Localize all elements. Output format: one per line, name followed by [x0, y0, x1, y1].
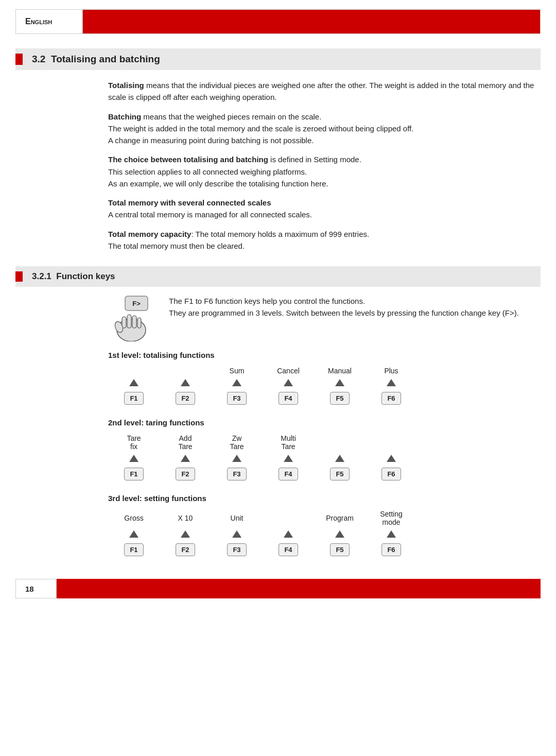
l1-cell-2: Sum: [211, 364, 263, 376]
l2-cell-2: Zw Tare: [211, 431, 263, 452]
l3-cell-3: [263, 507, 314, 527]
l1-key-0: F1: [108, 391, 160, 407]
l2-key-1: F2: [160, 467, 211, 483]
level1-arrow-row: [108, 378, 417, 391]
level2-arrow-table: F1 F2 F3 F4 F5 F6: [108, 454, 417, 483]
l3-arrow-0: [108, 529, 160, 542]
level1-table-wrap: Sum Cancel Manual Plus F1 F2 F3 F4 F5: [108, 364, 541, 407]
l2-arrow-2: [211, 454, 263, 467]
para-2: Batching means that the weighed pieces r…: [108, 111, 541, 147]
l3-key-3: F4: [263, 542, 314, 558]
l3-key-1: F2: [160, 542, 211, 558]
section-32-heading: 3.2 Totalising and batching: [15, 48, 541, 70]
fkey-intro-row: F> The F1 to F6 function keys help you c…: [108, 295, 541, 341]
header-red-bar: [83, 10, 540, 33]
l3-key-2: F3: [211, 542, 263, 558]
l3-arrow-5: [366, 529, 417, 542]
level2-heading: 2nd level: taring functions: [108, 418, 541, 427]
l2-arrow-3: [263, 454, 314, 467]
l1-arrow-1: [160, 378, 211, 391]
fkey-icon-box: F>: [108, 295, 154, 341]
l3-cell-0: Gross: [108, 507, 160, 527]
top-header: English: [15, 9, 541, 34]
l2-arrow-4: [314, 454, 366, 467]
section-red-accent: [15, 54, 23, 65]
l3-arrow-2: [211, 529, 263, 542]
page-number: 18: [15, 579, 57, 598]
level3-key-row: F1 F2 F3 F4 F5 F6: [108, 542, 417, 558]
l1-cell-4: Manual: [314, 364, 366, 376]
section-32-title: 3.2 Totalising and batching: [32, 54, 160, 65]
l3-key-4: F5: [314, 542, 366, 558]
l2-cell-5: [366, 431, 417, 452]
l1-key-2: F3: [211, 391, 263, 407]
l2-key-0: F1: [108, 467, 160, 483]
l1-cell-3: Cancel: [263, 364, 314, 376]
fkey-intro-text: The F1 to F6 function keys help you cont…: [169, 295, 541, 319]
l2-arrow-1: [160, 454, 211, 467]
l3-key-5: F6: [366, 542, 417, 558]
level3-table-wrap: Gross X 10 Unit Program Setting mode F1 …: [108, 507, 541, 558]
l1-key-3: F4: [263, 391, 314, 407]
l1-cell-1: [160, 364, 211, 376]
level1-key-row: F1 F2 F3 F4 F5 F6: [108, 391, 417, 407]
language-text: English: [25, 17, 52, 26]
svg-rect-6: [137, 318, 141, 328]
l2-arrow-0: [108, 454, 160, 467]
l1-cell-5: Plus: [366, 364, 417, 376]
level2-key-row: F1 F2 F3 F4 F5 F6: [108, 467, 417, 483]
section-321-red-accent: [15, 271, 23, 282]
language-label: English: [16, 10, 83, 33]
l2-key-2: F3: [211, 467, 263, 483]
section-321-heading: 3.2.1 Function keys: [15, 266, 541, 287]
level3-arrow-table: F1 F2 F3 F4 F5 F6: [108, 529, 417, 558]
l1-cell-0: [108, 364, 160, 376]
section-321-title: 3.2.1 Function keys: [32, 271, 115, 282]
l3-cell-4: Program: [314, 507, 366, 527]
l3-cell-5: Setting mode: [366, 507, 417, 527]
level1-arrow-table: F1 F2 F3 F4 F5 F6: [108, 378, 417, 407]
level2-arrow-row: [108, 454, 417, 467]
l1-arrow-3: [263, 378, 314, 391]
level2-label-table: Tare fix Add Tare Zw Tare Multi Tare: [108, 431, 417, 452]
fkey-hand-icon: F>: [111, 295, 152, 341]
l1-key-1: F2: [160, 391, 211, 407]
para-5: Total memory capacity: The total memory …: [108, 228, 541, 252]
l1-arrow-5: [366, 378, 417, 391]
level3-label-table: Gross X 10 Unit Program Setting mode: [108, 507, 417, 527]
level1-label-table: Sum Cancel Manual Plus: [108, 364, 417, 376]
l2-arrow-5: [366, 454, 417, 467]
l3-cell-1: X 10: [160, 507, 211, 527]
level1-label-row: Sum Cancel Manual Plus: [108, 364, 417, 376]
level3-label-row: Gross X 10 Unit Program Setting mode: [108, 507, 417, 527]
l2-cell-3: Multi Tare: [263, 431, 314, 452]
level2-table-wrap: Tare fix Add Tare Zw Tare Multi Tare F1 …: [108, 431, 541, 483]
l3-arrow-1: [160, 529, 211, 542]
svg-text:F>: F>: [132, 300, 141, 307]
footer-red-bar: [57, 579, 541, 598]
section-32-content: Totalising means that the individual pie…: [15, 70, 541, 252]
section-321-content: F> The F1 to F6 function keys help you c…: [15, 287, 541, 558]
l2-key-4: F5: [314, 467, 366, 483]
level3-arrow-row: [108, 529, 417, 542]
l2-key-5: F6: [366, 467, 417, 483]
l1-arrow-0: [108, 378, 160, 391]
l1-key-4: F5: [314, 391, 366, 407]
footer: 18: [15, 579, 541, 598]
l1-arrow-4: [314, 378, 366, 391]
level3-heading: 3rd level: setting functions: [108, 494, 541, 503]
svg-rect-4: [127, 315, 131, 328]
l3-cell-2: Unit: [211, 507, 263, 527]
level1-heading: 1st level: totalising functions: [108, 351, 541, 359]
l2-cell-4: [314, 431, 366, 452]
svg-rect-5: [132, 316, 136, 328]
l3-arrow-3: [263, 529, 314, 542]
l2-key-3: F4: [263, 467, 314, 483]
para-4: Total memory with several connected scal…: [108, 197, 541, 221]
l3-arrow-4: [314, 529, 366, 542]
l1-key-5: F6: [366, 391, 417, 407]
l1-arrow-2: [211, 378, 263, 391]
para-3: The choice between totalising and batchi…: [108, 153, 541, 190]
l2-cell-0: Tare fix: [108, 431, 160, 452]
l3-key-0: F1: [108, 542, 160, 558]
